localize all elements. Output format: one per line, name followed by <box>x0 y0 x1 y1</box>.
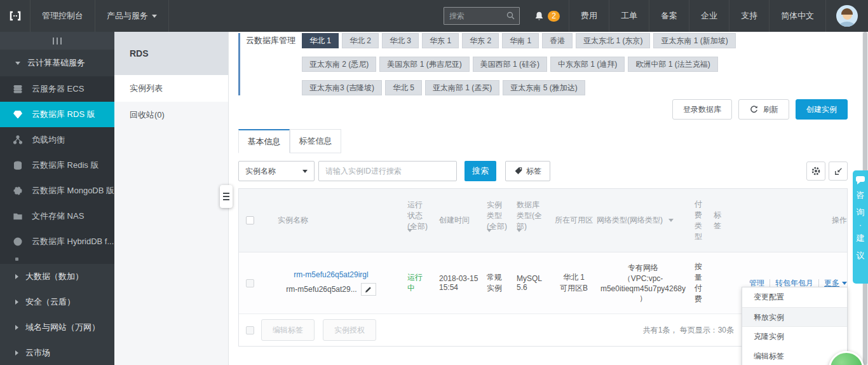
divider <box>770 279 770 287</box>
col-header-action: 操作 <box>735 215 847 226</box>
topbar-menu-support[interactable]: 支持 <box>729 0 769 32</box>
sidebar-item-slb[interactable]: 负载均衡 <box>0 127 114 153</box>
instance-name-link[interactable]: rm-m5efu26q5at29irgl <box>294 270 368 279</box>
sidebar-item-hybriddb[interactable]: 云数据库 HybridDB f... <box>0 229 114 254</box>
instance-type: 常规实例 <box>487 272 517 294</box>
instance-network: 专有网络 （VPC:vpc-m5e0itieqm45u7py4268y） <box>597 263 695 304</box>
region-tab-huadong1[interactable]: 华东 1 <box>422 33 459 48</box>
subnav-item-instance-list[interactable]: 实例列表 <box>114 75 228 102</box>
region-tab-tokyo[interactable]: 亚太东北 1 (东京) <box>576 33 650 48</box>
instance-grant-button[interactable]: 实例授权 <box>323 319 376 341</box>
sidebar-item-label: 云数据库 MongoDB 版 <box>32 185 114 196</box>
region-tab-huanan1[interactable]: 华南 1 <box>502 33 539 48</box>
subnav-title: RDS <box>114 32 228 75</box>
sidebar-group-label: 域名与网站（万网） <box>25 322 100 333</box>
topbar-menu-enterprise[interactable]: 企业 <box>689 0 729 32</box>
sidebar-group-bigdata[interactable]: 大数据（数加） <box>0 264 114 289</box>
console-home-link[interactable]: 管理控制台 <box>31 0 95 32</box>
region-tab-siliconvalley[interactable]: 美国西部 1 (硅谷) <box>473 57 547 72</box>
region-tab-huadong2[interactable]: 华东 2 <box>462 33 499 48</box>
menu-item-clone-instance[interactable]: 克隆实例 <box>742 327 847 347</box>
export-button[interactable] <box>829 162 848 181</box>
col-header-instance-type[interactable]: 实例类型(全部) <box>487 200 517 241</box>
region-header: 云数据库管理 华北 1 华北 2 华北 3 华东 1 华东 2 华南 1 香港 … <box>238 32 848 95</box>
panel-toggle-button[interactable] <box>220 185 233 208</box>
region-tab-hongkong[interactable]: 香港 <box>542 33 573 48</box>
user-menu[interactable] <box>825 0 868 32</box>
region-tab-huabei3[interactable]: 华北 3 <box>382 33 419 48</box>
region-tab-mumbai[interactable]: 亚太南部 1 (孟买) <box>425 80 499 95</box>
region-tab-frankfurt[interactable]: 欧洲中部 1 (法兰克福) <box>628 57 717 72</box>
region-tab-virginia[interactable]: 美国东部 1 (弗吉尼亚) <box>379 57 469 72</box>
menu-item-change-config[interactable]: 变更配置 <box>742 287 847 307</box>
screen: 管理控制台 产品与服务 2 费用 工单 备案 企业 支持 简体中文 <box>0 0 868 365</box>
sidebar-group-marketplace[interactable]: 云市场 <box>0 340 114 365</box>
sidebar-item-ecs[interactable]: 云服务器 ECS <box>0 76 114 102</box>
chevron-down-icon <box>152 15 157 18</box>
create-instance-button[interactable]: 创建实例 <box>796 99 848 120</box>
region-tab-kualalumpur[interactable]: 亚太东南3 (吉隆坡) <box>302 80 382 95</box>
chevron-right-icon <box>15 300 18 305</box>
search-button[interactable]: 搜索 <box>465 161 496 181</box>
mongodb-icon <box>13 186 23 196</box>
select-all-checkbox[interactable] <box>246 216 254 224</box>
region-tab-huabei1[interactable]: 华北 1 <box>302 33 339 48</box>
topbar: 管理控制台 产品与服务 2 费用 工单 备案 企业 支持 简体中文 <box>0 0 868 32</box>
topbar-menu-billing[interactable]: 费用 <box>569 0 609 32</box>
topbar-menu-language[interactable]: 简体中文 <box>769 0 825 32</box>
footer-checkbox[interactable] <box>246 326 254 334</box>
column-settings-button[interactable] <box>806 162 825 181</box>
instance-pay-type: 按量付费 <box>695 261 714 305</box>
col-header-zone: 所在可用区 <box>555 215 597 226</box>
sidebar-item-redis[interactable]: 云数据库 Redis 版 <box>0 153 114 178</box>
col-header-status[interactable]: 运行状态(全部) <box>407 200 439 241</box>
col-header-network[interactable]: 网络类型(网络类型) <box>597 215 695 226</box>
region-tab-dubai[interactable]: 中东东部 1 (迪拜) <box>550 57 625 72</box>
menu-item-release-instance[interactable]: 释放实例 <box>742 307 847 327</box>
refresh-button[interactable]: 刷新 <box>738 99 789 120</box>
chevron-down-icon <box>302 170 308 173</box>
sidebar-item-rds[interactable]: 云数据库 RDS 版 <box>0 102 114 127</box>
sidebar-item-nas[interactable]: 文件存储 NAS <box>0 203 114 229</box>
avatar <box>836 5 858 27</box>
alibaba-cloud-logo-icon[interactable] <box>0 0 31 32</box>
region-tab-huabei2[interactable]: 华北 2 <box>342 33 379 48</box>
hybriddb-icon <box>13 237 23 247</box>
sidebar-group-security[interactable]: 安全（云盾） <box>0 289 114 315</box>
tag-filter-button[interactable]: 标签 <box>505 161 550 181</box>
row-checkbox[interactable] <box>246 279 254 287</box>
edit-name-button[interactable] <box>361 283 376 296</box>
sidebar-group-domains[interactable]: 域名与网站（万网） <box>0 315 114 340</box>
tab-basic-info[interactable]: 基本信息 <box>238 129 290 153</box>
login-database-button[interactable]: 登录数据库 <box>672 99 732 120</box>
topbar-menu-icp[interactable]: 备案 <box>649 0 689 32</box>
sidebar-group-label: 安全（云盾） <box>25 296 75 308</box>
region-tab-jakarta[interactable]: 亚太东南 5 (雅加达) <box>503 80 585 95</box>
sidebar: 云计算基础服务 云服务器 ECS 云数据库 RDS 版 负载均衡 <box>0 32 114 365</box>
sidebar-item-label: 云服务器 ECS <box>32 83 84 95</box>
sidebar-item-label: 负载均衡 <box>32 134 65 146</box>
edit-tag-button[interactable]: 编辑标签 <box>261 319 315 341</box>
consult-feedback-tab[interactable]: 咨 询 · 建 议 <box>853 170 868 284</box>
sidebar-collapse-button[interactable] <box>0 32 114 50</box>
page-toolbar: 登录数据库 刷新 创建实例 <box>238 99 848 120</box>
region-tab-sydney[interactable]: 亚太东南 2 (悉尼) <box>302 57 376 72</box>
filter-field-select[interactable]: 实例名称 <box>238 161 315 181</box>
sidebar-item-mongodb[interactable]: 云数据库 MongoDB 版 <box>0 178 114 203</box>
tab-tag-info[interactable]: 标签信息 <box>290 129 341 153</box>
col-header-db-type[interactable]: 数据库类型(全部) <box>517 200 555 241</box>
instance-db-type: MySQL 5.6 <box>517 274 555 292</box>
instance-alias: rm-m5efu26q5at29... <box>286 285 356 294</box>
products-menu[interactable]: 产品与服务 <box>95 0 169 32</box>
chevron-right-icon <box>15 325 18 330</box>
subnav-item-recycle-bin[interactable]: 回收站(0) <box>114 102 228 128</box>
subnav-panel: RDS 实例列表 回收站(0) <box>114 32 229 365</box>
region-tab-huabei5[interactable]: 华北 5 <box>385 80 422 95</box>
notifications-button[interactable]: 2 <box>530 0 569 32</box>
sidebar-group-cloud-basic[interactable]: 云计算基础服务 <box>0 50 114 76</box>
load-balancer-icon <box>13 135 23 145</box>
region-tab-singapore[interactable]: 亚太东南 1 (新加坡) <box>653 33 735 48</box>
search-icon[interactable] <box>506 11 516 23</box>
instance-search-input[interactable] <box>318 161 457 181</box>
topbar-menu-tickets[interactable]: 工单 <box>609 0 649 32</box>
